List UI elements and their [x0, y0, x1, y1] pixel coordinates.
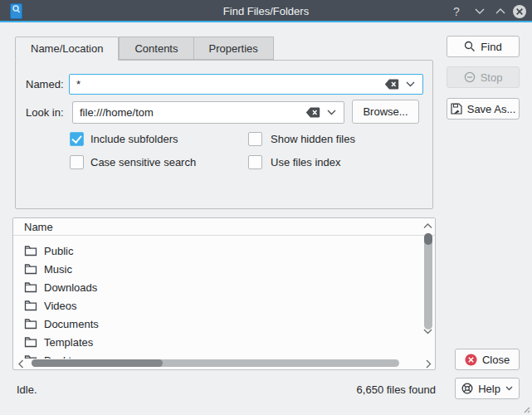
list-item-public[interactable]: Public: [13, 242, 422, 260]
include-subfolders-checkbox[interactable]: [70, 132, 84, 146]
name-column-header[interactable]: Name: [13, 218, 435, 236]
tab-label: Properties: [209, 42, 258, 55]
browse-button[interactable]: Browse...: [352, 100, 419, 124]
results-rows: Public Music Downloads Videos Documents …: [13, 237, 422, 359]
help-button[interactable]: Help: [455, 378, 520, 399]
find-button-label: Find: [481, 41, 501, 53]
tab-label: Contents: [134, 42, 178, 55]
find-button[interactable]: Find: [447, 36, 520, 57]
save-as-button[interactable]: Save As...: [447, 98, 520, 120]
list-item-templates[interactable]: Templates: [13, 333, 422, 351]
list-item-label: Downloads: [44, 281, 97, 294]
list-item-label: Templates: [44, 336, 93, 349]
help-icon: [461, 383, 473, 394]
horizontal-scroll-track[interactable]: [32, 359, 399, 367]
minimize-icon[interactable]: [469, 0, 491, 22]
use-files-index-label: Use files index: [271, 156, 341, 168]
list-item-music[interactable]: Music: [13, 260, 422, 278]
browse-button-label: Browse...: [363, 105, 408, 118]
search-icon: [464, 41, 476, 52]
scroll-left-icon[interactable]: [18, 359, 24, 369]
show-hidden-files-label: Show hidden files: [271, 133, 355, 145]
stop-button: Stop: [447, 66, 520, 88]
case-sensitive-checkbox[interactable]: [70, 155, 84, 169]
clear-text-icon[interactable]: [305, 107, 320, 118]
tab-contents[interactable]: Contents: [119, 37, 193, 60]
files-found-count: 6,650 files found: [357, 383, 436, 396]
folder-icon: [24, 336, 37, 348]
save-icon: [451, 103, 462, 115]
chevron-down-icon[interactable]: [327, 110, 337, 115]
vertical-scroll-track[interactable]: [424, 233, 432, 330]
folder-icon: [24, 300, 37, 311]
folder-icon: [24, 281, 37, 293]
folder-icon: [24, 245, 37, 256]
scroll-down-icon[interactable]: [423, 329, 432, 334]
folder-icon: [24, 263, 37, 275]
close-window-icon[interactable]: [509, 0, 530, 22]
close-button-label: Close: [482, 354, 510, 366]
close-icon: [465, 354, 477, 366]
titlebar: Find Files/Folders ?: [0, 0, 532, 22]
tab-bar: Name/Location Contents Properties: [15, 37, 274, 61]
close-button[interactable]: Close: [455, 349, 520, 370]
list-item-label: Music: [44, 263, 72, 276]
list-item-label: Documents: [44, 318, 99, 330]
horizontal-scrollbar[interactable]: [15, 358, 420, 369]
case-sensitive-label: Case sensitive search: [90, 156, 196, 168]
scroll-up-icon[interactable]: [423, 223, 432, 229]
list-item-label: Videos: [44, 300, 77, 312]
folder-icon: [24, 318, 37, 330]
save-as-button-label: Save As...: [467, 103, 516, 115]
vertical-scroll-thumb[interactable]: [424, 233, 432, 245]
named-label: Named:: [26, 78, 64, 90]
scroll-right-icon[interactable]: [426, 359, 432, 369]
list-item-label: Public: [44, 245, 73, 257]
name-column-label: Name: [24, 221, 53, 233]
stop-button-label: Stop: [481, 71, 503, 84]
resize-grip[interactable]: [522, 405, 530, 413]
name-location-pane: Named: * Look in: file:///home/tom: [15, 60, 433, 209]
status-message: Idle.: [17, 383, 37, 396]
named-value[interactable]: *: [70, 78, 384, 90]
tab-properties[interactable]: Properties: [193, 37, 274, 60]
stop-icon: [464, 71, 476, 83]
tab-label: Name/Location: [31, 42, 103, 55]
tab-name-location[interactable]: Name/Location: [15, 37, 119, 61]
look-in-value[interactable]: file:///home/tom: [73, 106, 305, 119]
use-files-index-checkbox[interactable]: [248, 155, 262, 169]
list-item-downloads[interactable]: Downloads: [13, 278, 422, 296]
list-item-documents[interactable]: Documents: [13, 315, 422, 333]
show-hidden-files-checkbox[interactable]: [248, 132, 262, 146]
named-combobox[interactable]: *: [69, 74, 423, 95]
results-list[interactable]: Name Public Music Downloads Videos Docum…: [12, 217, 436, 370]
list-item-videos[interactable]: Videos: [13, 296, 422, 315]
horizontal-scroll-thumb[interactable]: [32, 359, 163, 367]
chevron-down-icon[interactable]: [406, 81, 416, 87]
help-button-label: Help: [478, 383, 500, 395]
include-subfolders-label: Include subfolders: [90, 133, 178, 145]
look-in-combobox[interactable]: file:///home/tom: [72, 101, 344, 124]
titlebar-help-button[interactable]: ?: [446, 0, 467, 22]
vertical-scrollbar[interactable]: [422, 220, 434, 358]
chevron-down-icon[interactable]: [505, 386, 513, 391]
look-in-label: Look in:: [26, 106, 64, 119]
clear-text-icon[interactable]: [384, 79, 399, 90]
